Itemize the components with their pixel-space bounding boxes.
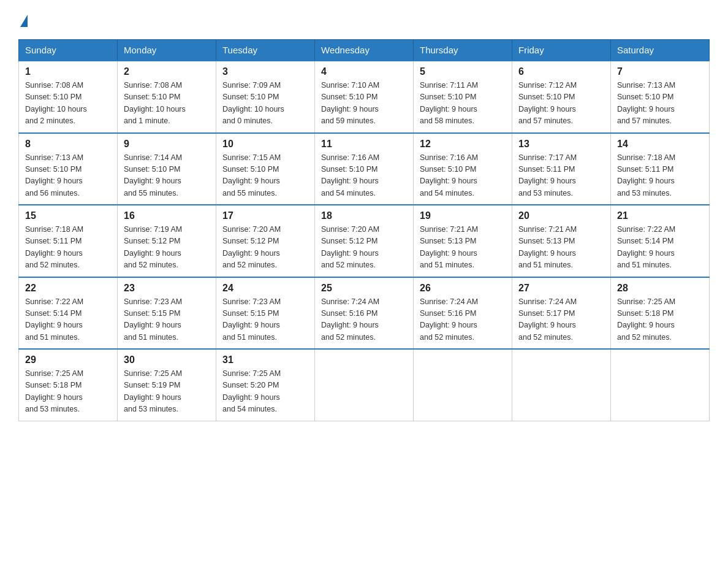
- calendar-day-cell: 15Sunrise: 7:18 AMSunset: 5:11 PMDayligh…: [19, 205, 118, 277]
- calendar-header-tuesday: Tuesday: [216, 40, 315, 61]
- calendar-day-cell: 1Sunrise: 7:08 AMSunset: 5:10 PMDaylight…: [19, 61, 118, 133]
- day-number: 20: [518, 210, 604, 221]
- calendar-day-cell: 10Sunrise: 7:15 AMSunset: 5:10 PMDayligh…: [216, 133, 315, 205]
- calendar-day-cell: 18Sunrise: 7:20 AMSunset: 5:12 PMDayligh…: [315, 205, 414, 277]
- calendar-day-cell: 26Sunrise: 7:24 AMSunset: 5:16 PMDayligh…: [414, 277, 512, 350]
- calendar-day-cell: 13Sunrise: 7:17 AMSunset: 5:11 PMDayligh…: [512, 133, 611, 205]
- calendar-day-cell: 17Sunrise: 7:20 AMSunset: 5:12 PMDayligh…: [216, 205, 315, 277]
- calendar-day-cell: 11Sunrise: 7:16 AMSunset: 5:10 PMDayligh…: [315, 133, 414, 205]
- calendar-day-cell: [611, 349, 710, 421]
- day-info: Sunrise: 7:16 AMSunset: 5:10 PMDaylight:…: [321, 152, 407, 200]
- calendar-header-sunday: Sunday: [19, 40, 118, 61]
- calendar-day-cell: 29Sunrise: 7:25 AMSunset: 5:18 PMDayligh…: [19, 349, 118, 421]
- logo-triangle-icon: [20, 15, 28, 27]
- day-number: 27: [518, 283, 604, 294]
- calendar-day-cell: [414, 349, 512, 421]
- day-info: Sunrise: 7:19 AMSunset: 5:12 PMDaylight:…: [124, 224, 210, 272]
- page-header: [18, 12, 710, 27]
- day-info: Sunrise: 7:21 AMSunset: 5:13 PMDaylight:…: [420, 224, 506, 272]
- day-number: 17: [222, 210, 308, 221]
- day-number: 30: [124, 354, 210, 366]
- calendar-week-row: 8Sunrise: 7:13 AMSunset: 5:10 PMDaylight…: [19, 133, 710, 205]
- day-info: Sunrise: 7:23 AMSunset: 5:15 PMDaylight:…: [222, 296, 308, 344]
- calendar-day-cell: 9Sunrise: 7:14 AMSunset: 5:10 PMDaylight…: [118, 133, 216, 205]
- day-number: 11: [321, 139, 407, 150]
- calendar-day-cell: 25Sunrise: 7:24 AMSunset: 5:16 PMDayligh…: [315, 277, 414, 350]
- calendar-day-cell: 7Sunrise: 7:13 AMSunset: 5:10 PMDaylight…: [611, 61, 710, 133]
- day-number: 18: [321, 210, 407, 221]
- calendar-day-cell: 23Sunrise: 7:23 AMSunset: 5:15 PMDayligh…: [118, 277, 216, 350]
- calendar-table: SundayMondayTuesdayWednesdayThursdayFrid…: [18, 39, 710, 421]
- day-info: Sunrise: 7:08 AMSunset: 5:10 PMDaylight:…: [124, 80, 210, 128]
- day-number: 8: [25, 139, 111, 150]
- day-number: 2: [124, 66, 210, 77]
- day-number: 7: [617, 66, 703, 77]
- day-number: 16: [124, 210, 210, 221]
- day-number: 29: [25, 354, 111, 366]
- calendar-header-row: SundayMondayTuesdayWednesdayThursdayFrid…: [19, 40, 710, 61]
- day-number: 13: [518, 139, 604, 150]
- calendar-week-row: 29Sunrise: 7:25 AMSunset: 5:18 PMDayligh…: [19, 349, 710, 421]
- calendar-day-cell: 30Sunrise: 7:25 AMSunset: 5:19 PMDayligh…: [118, 349, 216, 421]
- day-number: 31: [222, 354, 308, 366]
- calendar-day-cell: [512, 349, 611, 421]
- day-number: 4: [321, 66, 407, 77]
- day-info: Sunrise: 7:22 AMSunset: 5:14 PMDaylight:…: [617, 224, 703, 272]
- calendar-day-cell: 12Sunrise: 7:16 AMSunset: 5:10 PMDayligh…: [414, 133, 512, 205]
- calendar-day-cell: 16Sunrise: 7:19 AMSunset: 5:12 PMDayligh…: [118, 205, 216, 277]
- day-number: 21: [617, 210, 703, 221]
- calendar-day-cell: 27Sunrise: 7:24 AMSunset: 5:17 PMDayligh…: [512, 277, 611, 350]
- calendar-header-friday: Friday: [512, 40, 611, 61]
- day-info: Sunrise: 7:11 AMSunset: 5:10 PMDaylight:…: [420, 80, 506, 128]
- day-info: Sunrise: 7:22 AMSunset: 5:14 PMDaylight:…: [25, 296, 111, 344]
- day-info: Sunrise: 7:13 AMSunset: 5:10 PMDaylight:…: [617, 80, 703, 128]
- day-info: Sunrise: 7:18 AMSunset: 5:11 PMDaylight:…: [617, 152, 703, 200]
- day-number: 25: [321, 283, 407, 294]
- calendar-day-cell: 24Sunrise: 7:23 AMSunset: 5:15 PMDayligh…: [216, 277, 315, 350]
- day-info: Sunrise: 7:23 AMSunset: 5:15 PMDaylight:…: [124, 296, 210, 344]
- day-number: 14: [617, 139, 703, 150]
- day-number: 9: [124, 139, 210, 150]
- day-number: 22: [25, 283, 111, 294]
- day-number: 28: [617, 283, 703, 294]
- day-info: Sunrise: 7:16 AMSunset: 5:10 PMDaylight:…: [420, 152, 506, 200]
- day-info: Sunrise: 7:15 AMSunset: 5:10 PMDaylight:…: [222, 152, 308, 200]
- calendar-day-cell: 6Sunrise: 7:12 AMSunset: 5:10 PMDaylight…: [512, 61, 611, 133]
- day-info: Sunrise: 7:25 AMSunset: 5:20 PMDaylight:…: [222, 368, 308, 416]
- day-number: 5: [420, 66, 506, 77]
- calendar-day-cell: 3Sunrise: 7:09 AMSunset: 5:10 PMDaylight…: [216, 61, 315, 133]
- day-info: Sunrise: 7:10 AMSunset: 5:10 PMDaylight:…: [321, 80, 407, 128]
- day-number: 1: [25, 66, 111, 77]
- calendar-week-row: 22Sunrise: 7:22 AMSunset: 5:14 PMDayligh…: [19, 277, 710, 350]
- day-info: Sunrise: 7:08 AMSunset: 5:10 PMDaylight:…: [25, 80, 111, 128]
- logo: [18, 12, 28, 27]
- day-info: Sunrise: 7:20 AMSunset: 5:12 PMDaylight:…: [222, 224, 308, 272]
- calendar-header-thursday: Thursday: [414, 40, 512, 61]
- day-info: Sunrise: 7:09 AMSunset: 5:10 PMDaylight:…: [222, 80, 308, 128]
- day-info: Sunrise: 7:13 AMSunset: 5:10 PMDaylight:…: [25, 152, 111, 200]
- day-number: 26: [420, 283, 506, 294]
- calendar-day-cell: 14Sunrise: 7:18 AMSunset: 5:11 PMDayligh…: [611, 133, 710, 205]
- calendar-day-cell: 8Sunrise: 7:13 AMSunset: 5:10 PMDaylight…: [19, 133, 118, 205]
- day-info: Sunrise: 7:24 AMSunset: 5:17 PMDaylight:…: [518, 296, 604, 344]
- calendar-header-saturday: Saturday: [611, 40, 710, 61]
- day-info: Sunrise: 7:12 AMSunset: 5:10 PMDaylight:…: [518, 80, 604, 128]
- calendar-day-cell: 2Sunrise: 7:08 AMSunset: 5:10 PMDaylight…: [118, 61, 216, 133]
- calendar-day-cell: 22Sunrise: 7:22 AMSunset: 5:14 PMDayligh…: [19, 277, 118, 350]
- calendar-day-cell: 21Sunrise: 7:22 AMSunset: 5:14 PMDayligh…: [611, 205, 710, 277]
- day-number: 19: [420, 210, 506, 221]
- day-info: Sunrise: 7:25 AMSunset: 5:18 PMDaylight:…: [617, 296, 703, 344]
- day-info: Sunrise: 7:14 AMSunset: 5:10 PMDaylight:…: [124, 152, 210, 200]
- calendar-day-cell: 4Sunrise: 7:10 AMSunset: 5:10 PMDaylight…: [315, 61, 414, 133]
- day-info: Sunrise: 7:25 AMSunset: 5:19 PMDaylight:…: [124, 368, 210, 416]
- day-info: Sunrise: 7:20 AMSunset: 5:12 PMDaylight:…: [321, 224, 407, 272]
- day-number: 3: [222, 66, 308, 77]
- day-info: Sunrise: 7:18 AMSunset: 5:11 PMDaylight:…: [25, 224, 111, 272]
- day-info: Sunrise: 7:17 AMSunset: 5:11 PMDaylight:…: [518, 152, 604, 200]
- day-number: 24: [222, 283, 308, 294]
- day-number: 10: [222, 139, 308, 150]
- day-number: 12: [420, 139, 506, 150]
- calendar-week-row: 1Sunrise: 7:08 AMSunset: 5:10 PMDaylight…: [19, 61, 710, 133]
- calendar-day-cell: [315, 349, 414, 421]
- calendar-header-wednesday: Wednesday: [315, 40, 414, 61]
